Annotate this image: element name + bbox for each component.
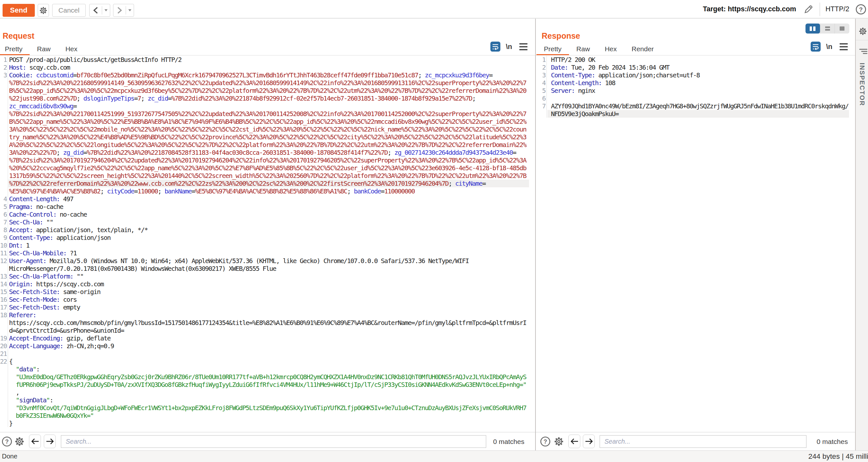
code-span-hn: Content-Length: — [9, 195, 60, 203]
code-span-k: POST /prod-api/public/bussAct/getBussAct… — [9, 56, 181, 63]
code-span-k: 497 — [60, 195, 73, 203]
search-next-button[interactable] — [44, 435, 56, 448]
code-span-k: = — [381, 187, 384, 195]
search-settings-button[interactable] — [553, 435, 565, 447]
word-wrap-toggle-button[interactable] — [811, 41, 820, 52]
code-span-g: "D3vnMf0CovQt/7qiWDtnGgigJLbgD+WFoFWEcr1… — [16, 404, 526, 412]
code-text: "data": — [9, 365, 535, 373]
show-newlines-icon[interactable]: \n — [826, 42, 833, 51]
gutter-separator — [547, 102, 551, 110]
next-request-dropdown[interactable] — [126, 4, 134, 17]
arrow-left-icon — [31, 438, 39, 445]
code-span-k: HTTP/2 200 OK — [551, 56, 595, 63]
code-span-k: empty — [60, 304, 80, 311]
search-next-button[interactable] — [583, 435, 595, 448]
code-text: B%5C%22app_name%5C%22%3A%20%5C%22%E5%BB%… — [9, 118, 535, 125]
tab-pretty[interactable]: Pretty — [536, 44, 569, 54]
line-number: 6 — [536, 94, 546, 102]
single-layout-button[interactable] — [835, 24, 849, 33]
code-text: fUPR6h06Pj9ewpTkksPJ/2uDUySD+T0A/zxXVIfX… — [9, 381, 535, 388]
previous-request-button[interactable] — [89, 4, 110, 17]
editor-menu-icon[interactable] — [840, 43, 848, 50]
code-text: 3A%20%5C%22%5C%22%2C%5C%22mobile_no%5C%2… — [9, 125, 535, 133]
code-span-v: %7B%22sid%22%3A%201701927946204%2C%22upd… — [9, 156, 526, 164]
line-number — [0, 396, 7, 404]
code-span-hn: Sec-Ch-Ua-Platform: — [9, 272, 73, 280]
word-wrap-toggle-button[interactable] — [490, 41, 500, 52]
request-settings-gear-button[interactable] — [38, 4, 49, 17]
line-number: 12 — [0, 257, 7, 265]
code-text: %22just998.com%22%7D; dsloginTypeTips=7;… — [9, 94, 535, 102]
code-span-hn: Accept-Encoding: — [9, 334, 63, 342]
gear-icon — [554, 436, 564, 447]
cancel-button[interactable]: Cancel — [52, 4, 86, 17]
tab-render[interactable]: Render — [624, 44, 661, 54]
line-number — [0, 102, 7, 110]
code-row: "signData": — [0, 396, 535, 404]
previous-request-dropdown[interactable] — [102, 4, 110, 17]
code-span-v: %20%5C%22ccvcag5mqylf7ie2%5C%22%2C%5C%22… — [9, 164, 526, 172]
tab-hex[interactable]: Hex — [58, 44, 85, 54]
code-span-k: } — [9, 420, 12, 427]
search-settings-button[interactable] — [13, 435, 26, 447]
word-wrap-icon — [491, 42, 499, 51]
tab-raw[interactable]: Raw — [569, 44, 597, 54]
editor-menu-icon[interactable] — [519, 43, 527, 50]
tab-pretty[interactable]: Pretty — [0, 44, 30, 54]
inspector-tab[interactable]: INSPECTOR — [856, 52, 868, 117]
tab-raw[interactable]: Raw — [30, 44, 58, 54]
code-span-k — [9, 373, 16, 381]
code-row: 4Content-Length: 108 — [536, 79, 855, 87]
target-label: Target: https://scqy.ccb.com — [703, 5, 796, 13]
search-help-button[interactable] — [539, 435, 551, 447]
search-previous-button[interactable] — [568, 435, 580, 448]
line-number: 10 — [0, 241, 7, 249]
show-newlines-icon[interactable]: \n — [506, 42, 512, 51]
search-previous-button[interactable] — [29, 435, 41, 448]
code-span-pn: zg_002714230c264ddda7d94375a4d23e40 — [394, 149, 513, 156]
line-number — [0, 381, 7, 388]
inspector-settings-button[interactable] — [858, 27, 867, 36]
chevron-right-icon[interactable] — [114, 4, 126, 17]
code-row: 1POST /prod-api/public/bussAct/getBussAc… — [0, 56, 535, 63]
tab-hex[interactable]: Hex — [597, 44, 624, 54]
code-span-k: ; — [388, 149, 394, 156]
code-text: } — [9, 420, 535, 427]
line-number — [0, 319, 7, 326]
line-number: 4 — [536, 79, 546, 87]
code-span-k: cors — [60, 296, 76, 304]
line-number — [0, 141, 7, 149]
search-input[interactable] — [599, 435, 806, 448]
line-number — [0, 133, 7, 141]
edit-target-button[interactable] — [803, 4, 814, 15]
chevron-left-icon[interactable] — [90, 4, 102, 17]
code-span-pn: ccbcustomid — [36, 71, 73, 79]
code-span-k: = — [192, 187, 195, 195]
send-button[interactable]: Send — [3, 4, 35, 17]
line-number — [0, 125, 7, 133]
request-editor[interactable]: 1POST /prod-api/public/bussAct/getBussAc… — [0, 56, 535, 432]
columns-layout-button[interactable] — [805, 24, 820, 33]
next-request-button[interactable] — [113, 4, 134, 17]
search-input[interactable] — [61, 435, 486, 448]
code-row: 21 — [0, 350, 535, 357]
layout-toggle-group — [805, 24, 849, 33]
line-number: 21 — [0, 350, 7, 357]
inspector-tab-label: INSPECTOR — [858, 63, 866, 106]
code-text: A%20%5C%22%5C%22%2C%5C%22longitude%5C%22… — [9, 141, 535, 149]
code-span-k: = — [489, 71, 493, 79]
line-number: 2 — [0, 63, 7, 71]
code-row: "data": — [0, 365, 535, 373]
code-text — [9, 350, 535, 357]
search-help-button[interactable] — [1, 435, 13, 447]
code-span-kj: data — [19, 365, 33, 373]
response-editor[interactable]: 1HTTP/2 200 OK2Date: Tue, 20 Feb 2024 15… — [536, 56, 855, 432]
code-span-k: application/json — [53, 234, 110, 241]
help-button[interactable] — [855, 4, 867, 15]
code-span-k: = — [84, 149, 87, 156]
code-span-v: try_name%5C%22%3A%20%5C%22%E4%B8%AD%E5%9… — [9, 133, 526, 141]
code-span-hn: Referer: — [9, 311, 36, 319]
rows-layout-button[interactable] — [820, 24, 835, 33]
code-span-hn: Sec-Fetch-Mode: — [9, 296, 60, 304]
code-span-g: "UJmxE0dDoq/GEThz0ERkgpwGGhEqryZsb0Gzcj0… — [16, 373, 526, 381]
